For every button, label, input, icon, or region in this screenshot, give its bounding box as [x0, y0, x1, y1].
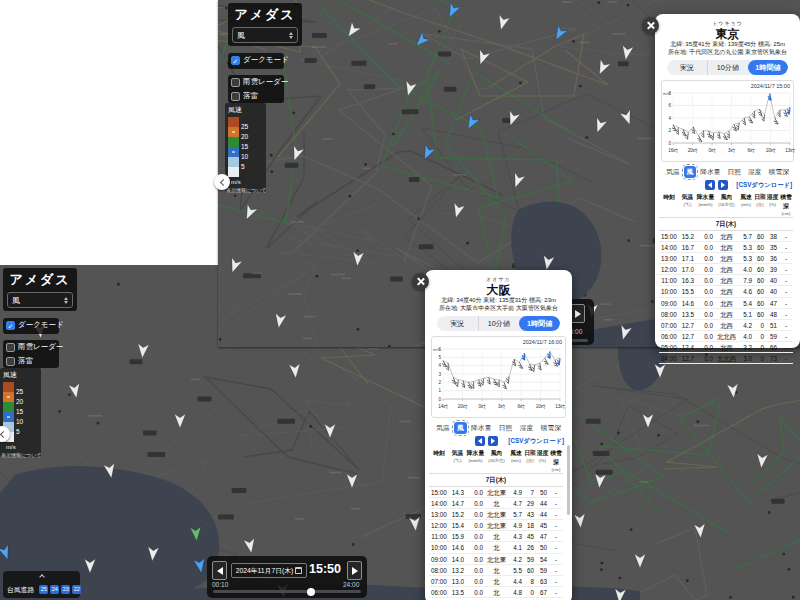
metric-tab-3[interactable]: 日照 [725, 166, 745, 178]
table-cell: 北北西 [715, 353, 738, 364]
table-cell: 60 [754, 253, 766, 264]
next-time-button[interactable] [347, 561, 362, 580]
metric-tab-4[interactable]: 湿度 [517, 422, 537, 434]
prev-time-button[interactable] [212, 561, 227, 580]
close-icon[interactable] [412, 273, 429, 290]
table-cell: 60 [754, 242, 766, 253]
mode-tab-1[interactable]: 10分値 [707, 60, 748, 75]
table-cell: 0.0 [696, 242, 715, 253]
metric-tab-2[interactable]: 降水量 [697, 166, 723, 178]
typhoon-number-badge[interactable]: 22 [72, 585, 81, 594]
table-cell: 47 [766, 298, 779, 309]
table-cell: 4.2 [738, 320, 754, 331]
wind-arrow[interactable] [289, 364, 301, 379]
metric-tab-1[interactable]: 風 [454, 422, 467, 434]
lightning-checkbox[interactable] [231, 92, 240, 101]
wind-arrow[interactable] [69, 383, 82, 399]
prev-icon [217, 567, 223, 575]
mode-tab-2[interactable]: 1時間値 [519, 316, 560, 331]
wind-arrow[interactable] [756, 454, 768, 469]
table-cell: 3.2 [738, 342, 754, 353]
metric-tab-0[interactable]: 気温 [433, 422, 453, 434]
wind-arrow[interactable] [242, 204, 258, 221]
wind-arrow[interactable] [594, 474, 606, 489]
wind-arrow[interactable] [227, 257, 242, 274]
typhoon-number-badge[interactable]: 25 [39, 585, 48, 594]
page-next-button[interactable] [488, 436, 498, 446]
svg-text:0時: 0時 [708, 148, 716, 153]
table-cell: 35 [766, 242, 779, 253]
table-cell: 7 [524, 487, 536, 498]
svg-text:4: 4 [438, 363, 441, 368]
typhoon-number-badge[interactable]: 23 [61, 585, 70, 594]
close-icon[interactable] [642, 17, 659, 34]
table-cell: 60 [754, 298, 766, 309]
wind-arrow[interactable] [175, 414, 186, 428]
mode-tab-0[interactable]: 実況 [437, 316, 478, 331]
legend-info-link[interactable]: 表示情報について [1, 452, 41, 458]
mode-tab-1[interactable]: 10分値 [478, 316, 520, 331]
wind-arrow[interactable] [137, 344, 149, 359]
wind-arrow[interactable] [463, 114, 480, 132]
wind-arrow[interactable] [475, 49, 490, 66]
csv-download-link[interactable]: [CSVダウンロード] [508, 437, 564, 446]
wind-arrow[interactable] [496, 15, 510, 31]
legend-swatch [228, 137, 239, 147]
svg-text:1: 1 [438, 388, 441, 393]
time-slider-handle[interactable] [307, 588, 315, 596]
time-slider[interactable] [213, 590, 361, 593]
metric-tab-5[interactable]: 積雪深 [538, 422, 564, 434]
wind-arrow[interactable] [451, 203, 465, 219]
date-picker[interactable]: 2024年11月7日(木) [231, 563, 307, 578]
dark-mode-checkbox[interactable]: ✓ [231, 56, 240, 65]
metric-tab-2[interactable]: 降水量 [468, 422, 494, 434]
table-cell: 0.0 [466, 587, 485, 598]
dark-mode-checkbox[interactable]: ✓ [6, 321, 15, 330]
svg-text:3時: 3時 [728, 148, 736, 153]
calendar-icon [295, 567, 302, 574]
typhoon-panel-expand[interactable] [3, 571, 80, 581]
layer-select[interactable]: 風 [7, 292, 73, 308]
metric-tab-1[interactable]: 風 [684, 166, 697, 178]
wind-arrow[interactable] [643, 414, 654, 428]
table-header-cell: 風向(16方位) [485, 449, 508, 474]
rain-radar-checkbox[interactable] [231, 78, 240, 87]
wind-arrow[interactable] [592, 117, 607, 134]
wind-arrow[interactable] [574, 514, 586, 529]
svg-text:10時: 10時 [766, 148, 776, 153]
page-next-button[interactable] [718, 180, 728, 190]
mode-tab-0[interactable]: 実況 [667, 60, 707, 75]
table-cell: 15:00 [429, 487, 449, 498]
table-cell: 0 [754, 353, 766, 364]
table-header-cell: 積雪深(cm) [779, 193, 793, 218]
wind-arrow[interactable] [289, 145, 304, 162]
panel-collapse-button[interactable] [214, 174, 230, 190]
wind-arrow[interactable] [635, 554, 646, 568]
legend-level-label: 20 [241, 133, 248, 140]
metric-tab-5[interactable]: 積雪深 [766, 166, 792, 178]
table-cell: 17.1 [679, 253, 696, 264]
table-header-cell: 日照(分) [754, 193, 766, 218]
page-prev-button[interactable] [705, 180, 715, 190]
table-cell: 12.7 [679, 331, 696, 342]
wind-arrow[interactable] [273, 313, 286, 329]
wind-arrow[interactable] [595, 59, 611, 76]
metric-tab-4[interactable]: 湿度 [745, 166, 765, 178]
wind-arrow[interactable] [244, 538, 257, 554]
page-prev-button[interactable] [475, 436, 485, 446]
table-cell: 47 [536, 531, 549, 542]
metric-tab-3[interactable]: 日照 [496, 422, 516, 434]
next-time-button[interactable] [570, 304, 585, 323]
csv-download-link[interactable]: [CSVダウンロード] [736, 181, 792, 190]
mode-tab-2[interactable]: 1時間値 [748, 60, 788, 75]
typhoon-number-badge[interactable]: 24 [50, 585, 59, 594]
metric-tab-0[interactable]: 気温 [663, 166, 683, 178]
lightning-checkbox[interactable] [6, 357, 15, 366]
legend-info-link[interactable]: 表示情報について [226, 187, 266, 193]
rain-radar-checkbox[interactable] [6, 343, 15, 352]
wind-arrow[interactable] [727, 384, 739, 399]
layer-select[interactable]: 風 [232, 27, 298, 43]
table-cell: - [779, 264, 793, 275]
card-scrollbar[interactable] [567, 445, 571, 515]
table-cell: 4.3 [508, 531, 524, 542]
